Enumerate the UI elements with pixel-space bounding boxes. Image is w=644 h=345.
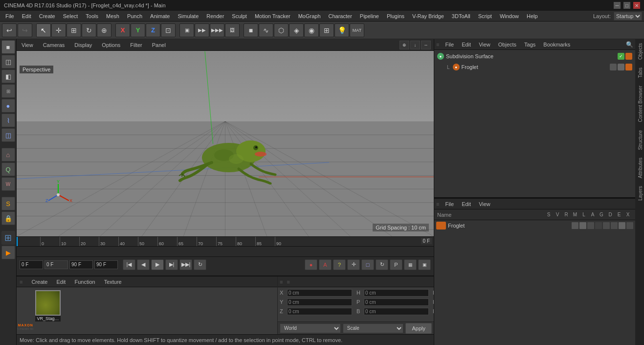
point-mode-button[interactable]: ● — [1, 99, 15, 113]
menu-select[interactable]: Select — [60, 12, 82, 20]
vp-options-menu[interactable]: Options — [100, 41, 122, 49]
vp-view-menu[interactable]: View — [20, 41, 35, 49]
edge-mode-button[interactable]: ⌇ — [1, 114, 15, 127]
menu-file[interactable]: File — [2, 12, 18, 20]
x-axis-button[interactable]: X — [115, 23, 130, 37]
vp-panel-menu[interactable]: Panel — [150, 41, 168, 49]
menu-tools[interactable]: Tools — [82, 12, 102, 20]
rotate-button[interactable]: ↻ — [82, 23, 96, 37]
obj-row-subdivision[interactable]: ● Subdivision Surface ✓ — [435, 51, 634, 62]
menu-character[interactable]: Character — [325, 12, 355, 20]
menu-render[interactable]: Render — [203, 12, 227, 20]
menu-motiontracker[interactable]: Motion Tracker — [251, 12, 294, 20]
step-back-button[interactable]: ◀ — [137, 259, 150, 270]
size-x-input[interactable] — [364, 289, 429, 297]
playback-scheme-button[interactable]: ↻ — [376, 259, 388, 270]
minimize-button[interactable]: ─ — [614, 2, 621, 9]
preview-button[interactable]: ▦ — [404, 259, 417, 270]
picture-viewer-button[interactable]: 🖼 — [225, 23, 240, 37]
y-axis-button[interactable]: Y — [131, 23, 145, 37]
menu-edit[interactable]: Edit — [19, 12, 35, 20]
obj-objects-menu[interactable]: Objects — [496, 41, 518, 48]
render-active-button[interactable]: ▶▶ — [195, 23, 209, 37]
vp-cameras-menu[interactable]: Cameras — [41, 41, 67, 49]
spline-button[interactable]: ∿ — [259, 23, 273, 37]
material-item-vrstag[interactable]: VR_Stag… — [35, 290, 61, 322]
tab-tabs[interactable]: Tabs — [635, 64, 644, 82]
key-select-button[interactable]: □ — [361, 259, 374, 270]
vp-display-menu[interactable]: Display — [72, 41, 94, 49]
obj-file-menu[interactable]: File — [443, 41, 456, 48]
obj-search-button[interactable]: 🔍 — [626, 41, 633, 48]
obj-view-menu[interactable]: View — [477, 41, 492, 48]
grid-button[interactable]: ⊞ — [1, 231, 15, 245]
live-select-button[interactable]: ↖ — [36, 23, 51, 37]
nurbs-button[interactable]: ⬡ — [274, 23, 289, 37]
mat-edit-menu[interactable]: Edit — [54, 278, 67, 286]
object-axis-button[interactable]: ⊡ — [161, 23, 176, 37]
size-y-input[interactable] — [364, 299, 429, 306]
attr-edit-menu[interactable]: Edit — [460, 200, 473, 208]
tweak-button[interactable]: ▶ — [1, 246, 15, 259]
fps-button[interactable]: P — [390, 259, 402, 270]
redo-button[interactable]: ↪ — [18, 23, 32, 37]
vp-filter-menu[interactable]: Filter — [128, 41, 144, 49]
obj-bookmarks-menu[interactable]: Bookmarks — [541, 41, 572, 48]
go-to-start-button[interactable]: |◀ — [123, 259, 135, 270]
menu-3dtoall[interactable]: 3DToAll — [448, 12, 474, 20]
menu-mesh[interactable]: Mesh — [103, 12, 123, 20]
obj-row-froglet[interactable]: L ● Froglet — [435, 62, 634, 72]
attr-file-menu[interactable]: File — [443, 200, 456, 208]
render-anim-button[interactable]: ▶▶▶ — [210, 23, 224, 37]
world-dropdown[interactable]: World — [280, 323, 341, 333]
lock-button[interactable]: 🔒 — [1, 211, 15, 225]
snap-tool-button[interactable]: ⌂ — [1, 148, 15, 161]
menu-animate[interactable]: Animate — [147, 12, 173, 20]
apply-button[interactable]: Apply — [405, 323, 432, 334]
light-button[interactable]: 💡 — [334, 23, 349, 37]
menu-mograph[interactable]: MoGraph — [295, 12, 324, 20]
maximize-button[interactable]: □ — [623, 2, 630, 9]
attr-froglet-row[interactable]: Froglet — [434, 220, 635, 231]
tab-objects[interactable]: Objects — [635, 39, 644, 64]
key-helper-button[interactable]: ? — [333, 259, 346, 270]
menu-punch[interactable]: Punch — [124, 12, 146, 20]
motion-record-button[interactable]: ✛ — [347, 259, 360, 270]
auto-key-button[interactable]: A — [319, 259, 332, 270]
tab-content-browser[interactable]: Content Browser — [635, 82, 644, 126]
pos-z-input[interactable] — [287, 308, 352, 315]
deformer-button[interactable]: ◈ — [289, 23, 304, 37]
undo-button[interactable]: ↩ — [2, 23, 17, 37]
menu-pipeline[interactable]: Pipeline — [356, 12, 382, 20]
menu-vray[interactable]: V-Ray Bridge — [409, 12, 447, 20]
quantize-button[interactable]: Q — [1, 162, 15, 176]
cube-button[interactable]: ■ — [244, 23, 258, 37]
move-button[interactable]: ✛ — [51, 23, 66, 37]
mesh-mode-button[interactable]: ◫ — [1, 55, 15, 69]
select-all-button[interactable]: ⊕ — [97, 23, 111, 37]
tab-structure[interactable]: Structure — [635, 126, 644, 154]
vp-nav-1[interactable]: ⊕ — [400, 41, 409, 49]
menu-script[interactable]: Script — [475, 12, 495, 20]
obj-edit-menu[interactable]: Edit — [460, 41, 473, 48]
workplane-button[interactable]: W — [1, 177, 15, 191]
step-forward-button[interactable]: ▶| — [165, 259, 178, 270]
camera-button[interactable]: ⊞ — [319, 23, 334, 37]
effector-button[interactable]: ◉ — [304, 23, 319, 37]
obj-tags-menu[interactable]: Tags — [522, 41, 537, 48]
play-forward-button[interactable]: ▶ — [151, 259, 164, 270]
tab-attributes[interactable]: Attributes — [635, 154, 644, 182]
frame-current-input[interactable] — [44, 260, 68, 269]
viewport[interactable]: View Cameras Display Options Filter Pane… — [17, 39, 434, 236]
model-mode-button[interactable]: ■ — [1, 40, 15, 54]
pos-y-input[interactable] — [287, 299, 352, 306]
loop-button[interactable]: ↻ — [194, 259, 206, 270]
scale-button[interactable]: ⊞ — [67, 23, 81, 37]
menu-plugins[interactable]: Plugins — [383, 12, 408, 20]
vp-nav-3[interactable]: ↔ — [421, 41, 431, 49]
mat-create-menu[interactable]: Create — [29, 278, 49, 286]
axis-mode-button[interactable]: ⊞ — [1, 84, 15, 98]
viewport-canvas[interactable]: Perspective — [17, 51, 434, 236]
menu-simulate[interactable]: Simulate — [174, 12, 202, 20]
mat-function-menu[interactable]: Function — [72, 278, 97, 286]
